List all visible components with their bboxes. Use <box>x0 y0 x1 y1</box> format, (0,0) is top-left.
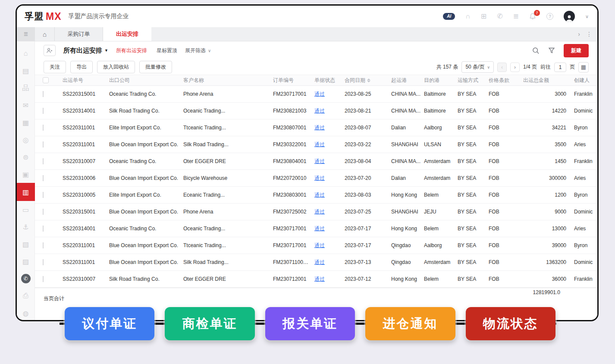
customs-docs-button[interactable]: 报关单证 <box>265 307 355 340</box>
search-icon[interactable] <box>532 47 540 54</box>
sort-icon[interactable] <box>367 78 370 82</box>
topbar: 孚盟 MX 孚盟产品演示专用企业 AI ∩⊞✆≣ 7 ? ∨ <box>17 6 597 27</box>
row-checkbox-cell <box>43 242 63 248</box>
cell-date: 2023-08-03 <box>345 192 391 198</box>
next-page-button[interactable]: › <box>510 63 520 72</box>
column-settings-icon[interactable]: ▦ <box>578 62 589 72</box>
status-link[interactable]: 通过 <box>314 191 345 199</box>
org-structure-icon[interactable]: 品 <box>17 79 35 97</box>
headset-icon[interactable]: ∩ <box>465 13 471 20</box>
chevron-down-icon[interactable]: ∨ <box>585 14 589 19</box>
status-link[interactable]: 通过 <box>314 259 345 266</box>
contacts-icon[interactable]: ▤ <box>17 62 35 79</box>
row-checkbox[interactable] <box>43 91 44 97</box>
table-row[interactable]: SS220314001Oceanic Trading Co.Oceanic Tr… <box>35 220 597 237</box>
action-button-2[interactable]: 放入回收站 <box>97 61 135 73</box>
compass-icon[interactable]: ◎ <box>17 131 35 148</box>
action-button-1[interactable]: 导出 <box>70 61 93 73</box>
status-link[interactable]: 通过 <box>314 91 345 98</box>
status-link[interactable]: 通过 <box>314 175 345 182</box>
warehouse-notice-button[interactable]: 进仓通知 <box>365 307 455 340</box>
table-row[interactable]: SS220315001Blue Ocean Import Export Co.P… <box>35 204 597 220</box>
printer-icon[interactable]: ⎙ <box>17 287 35 304</box>
row-checkbox[interactable] <box>43 141 44 147</box>
table-row[interactable]: SS220315001Oceanic Trading Co.Phone Aren… <box>35 86 597 103</box>
bell-icon[interactable]: 7 <box>529 13 536 20</box>
cell-customer: Eceanic Trading... <box>183 192 273 198</box>
help-icon[interactable]: ? <box>546 13 553 20</box>
status-link[interactable]: 通过 <box>314 208 345 216</box>
column-header-5[interactable]: 合同日期 <box>345 77 391 84</box>
logistics-status-button[interactable]: 物流状态 <box>466 307 555 340</box>
status-link[interactable]: 通过 <box>314 225 345 232</box>
row-checkbox[interactable] <box>43 276 44 282</box>
tasks-icon[interactable]: ≣ <box>513 13 519 20</box>
filter-funnel-icon[interactable] <box>548 47 555 54</box>
table-row[interactable]: SS220311001Blue Ocean Import Export Co.T… <box>35 237 597 254</box>
status-link[interactable]: 通过 <box>314 107 345 115</box>
phone-contact-icon[interactable]: ✆ <box>17 270 35 287</box>
select-all-checkbox[interactable] <box>43 77 49 83</box>
folder-icon[interactable]: ▧ <box>17 235 35 253</box>
cell-from: Dalian <box>391 175 424 181</box>
view-tab-1[interactable]: 星标置顶 <box>157 47 177 54</box>
avatar[interactable] <box>564 11 575 22</box>
view-title-dropdown[interactable]: 所有出运安排 ▼ <box>63 47 108 55</box>
table-row[interactable]: SS220310005Elite Import Export Co.Eceani… <box>35 187 597 204</box>
row-checkbox[interactable] <box>43 242 44 248</box>
status-link[interactable]: 通过 <box>314 242 345 249</box>
phone-icon[interactable]: ✆ <box>497 13 502 20</box>
hamburger-menu-icon[interactable]: ☰ <box>17 27 35 41</box>
create-new-button[interactable]: 新建 <box>564 44 589 57</box>
status-link[interactable]: 通过 <box>314 158 345 165</box>
report-icon[interactable]: ▨ <box>17 253 35 270</box>
row-checkbox[interactable] <box>43 108 44 114</box>
feedback-icon[interactable]: ◍ <box>17 304 35 321</box>
tab-options-kebab-icon[interactable]: ⋮ <box>586 31 592 38</box>
company-icon[interactable]: ▦ <box>17 114 35 131</box>
status-link[interactable]: 通过 <box>314 276 345 283</box>
table-row[interactable]: SS220311001Blue Ocean Import Export Co.S… <box>35 254 597 271</box>
status-link[interactable]: 通过 <box>314 141 345 148</box>
view-tab-0[interactable]: 所有出运安排 <box>116 47 147 54</box>
goto-page-input[interactable] <box>554 63 566 72</box>
tab-0[interactable]: 采购订单 <box>55 27 103 41</box>
apps-grid-icon[interactable]: ⊞ <box>481 13 486 20</box>
row-checkbox[interactable] <box>43 158 44 164</box>
negotiation-docs-button[interactable]: 议付单证 <box>65 307 154 340</box>
table-row[interactable]: SS220310007Silk Road Trading Co.Oter EGG… <box>35 271 597 288</box>
row-checkbox[interactable] <box>43 192 44 198</box>
action-button-3[interactable]: 批量修改 <box>139 61 172 73</box>
prev-page-button[interactable]: ‹ <box>497 63 507 72</box>
inspection-docs-button[interactable]: 商检单证 <box>165 307 254 340</box>
table-row[interactable]: SS220310007Oceanic Trading Co.Oter EGGER… <box>35 153 597 170</box>
tab-scroll-right-icon[interactable]: › <box>578 31 580 38</box>
cell-order: FM230807001 <box>273 125 314 131</box>
table-row[interactable]: SS220310006Blue Ocean Import Export Co.B… <box>35 170 597 187</box>
action-button-0[interactable]: 关注 <box>44 61 66 73</box>
location-icon[interactable]: ⊚ <box>17 148 35 166</box>
row-checkbox[interactable] <box>43 226 44 232</box>
briefcase-icon[interactable]: ▣ <box>17 166 35 183</box>
row-checkbox[interactable] <box>43 175 44 181</box>
home-icon[interactable]: ⌂ <box>17 45 35 62</box>
page-size-select[interactable]: 50 条/页 ∨ <box>461 61 494 73</box>
table-row[interactable]: SS220311001Blue Ocean Import Export Co.S… <box>35 136 597 153</box>
home-tab[interactable]: ⌂ <box>35 27 55 41</box>
row-checkbox[interactable] <box>43 125 44 131</box>
mail-icon[interactable]: ✉ <box>17 97 35 114</box>
row-checkbox[interactable] <box>43 259 44 265</box>
row-checkbox[interactable] <box>43 209 44 215</box>
table-row[interactable]: SS220314001Silk Road Trading Co.Oceanic … <box>35 103 597 119</box>
ai-assistant-badge[interactable]: AI <box>443 13 455 20</box>
shipping-doc-icon[interactable]: ▥ <box>17 183 35 201</box>
table-row[interactable]: SS220311001Elite Import Export Co.Ttcean… <box>35 119 597 136</box>
tab-active[interactable]: 出运安排 <box>103 27 151 41</box>
tab-list: 采购订单出运安排 <box>55 27 151 41</box>
anchor-icon[interactable]: ⚓ <box>17 218 35 235</box>
status-link[interactable]: 通过 <box>314 124 345 132</box>
view-owner-filter-button[interactable] <box>44 45 56 56</box>
wallet-icon[interactable]: ▭ <box>17 201 35 218</box>
cell-terms: FOB <box>489 91 523 97</box>
expand-filter-toggle[interactable]: 展开筛选 ∨ <box>185 47 211 54</box>
